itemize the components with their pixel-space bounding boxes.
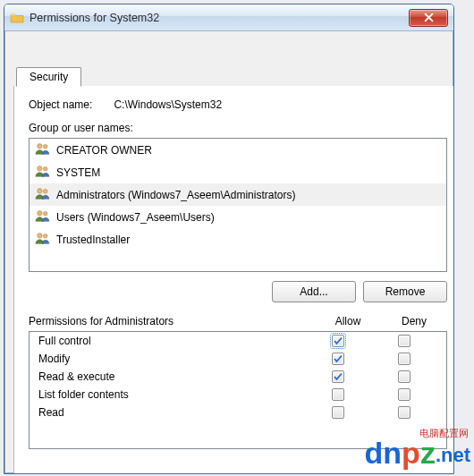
svg-point-5 [43, 189, 47, 193]
allow-checkbox[interactable] [332, 406, 344, 419]
permission-name: List folder contents [38, 388, 305, 401]
folder-icon [10, 11, 24, 25]
user-group-icon [35, 208, 51, 225]
list-item-label: TrustedInstaller [56, 234, 130, 246]
permissions-list: Full controlModifyRead & executeList fol… [29, 331, 447, 449]
svg-point-1 [43, 144, 47, 149]
permission-row: List folder contents [30, 386, 446, 404]
deny-checkbox[interactable] [398, 388, 411, 401]
permission-row: Read [30, 404, 446, 421]
list-item[interactable]: CREATOR OWNER [30, 139, 446, 161]
list-item-label: CREATOR OWNER [56, 144, 152, 157]
permission-name: Full control [38, 335, 305, 347]
permissions-header: Permissions for Administrators Allow Den… [29, 315, 447, 327]
deny-checkbox[interactable] [398, 335, 411, 347]
deny-cell [371, 353, 437, 365]
allow-checkbox[interactable] [332, 370, 344, 383]
user-group-icon [35, 186, 51, 203]
list-item-label: SYSTEM [56, 166, 100, 179]
allow-column-header: Allow [315, 315, 381, 327]
allow-checkbox[interactable] [332, 353, 344, 365]
user-group-icon [35, 231, 51, 248]
deny-checkbox[interactable] [398, 353, 411, 365]
deny-cell [371, 335, 437, 347]
allow-cell [305, 406, 371, 419]
permission-name: Modify [38, 353, 305, 365]
tab-security[interactable]: Security [16, 67, 81, 87]
permissions-for-label: Permissions for Administrators [29, 315, 315, 327]
list-item-label: Administrators (Windows7_Aseem\Administr… [56, 189, 295, 201]
permission-name: Read & execute [38, 370, 305, 383]
deny-cell [371, 406, 437, 419]
allow-cell [305, 388, 371, 401]
allow-cell [305, 335, 371, 347]
object-name-label: Object name: [29, 98, 92, 111]
svg-point-6 [38, 211, 42, 216]
allow-checkbox[interactable] [332, 335, 344, 347]
list-item[interactable]: SYSTEM [30, 161, 446, 183]
allow-checkbox[interactable] [332, 388, 344, 401]
add-button[interactable]: Add... [272, 281, 356, 302]
close-button[interactable] [409, 9, 448, 27]
group-user-list[interactable]: CREATOR OWNERSYSTEMAdministrators (Windo… [29, 138, 447, 272]
object-name-value: C:\Windows\System32 [114, 98, 222, 111]
permissions-dialog: Permissions for System32 Security Object… [4, 4, 454, 474]
svg-point-8 [38, 234, 42, 238]
list-item[interactable]: Administrators (Windows7_Aseem\Administr… [30, 183, 446, 206]
window-title: Permissions for System32 [30, 12, 409, 24]
allow-cell [305, 370, 371, 383]
group-buttons: Add... Remove [29, 281, 447, 302]
allow-cell [305, 353, 371, 365]
tab-panel: Security Object name: C:\Windows\System3… [13, 86, 454, 474]
user-group-icon [35, 141, 51, 158]
user-group-icon [35, 164, 51, 181]
security-pane: Object name: C:\Windows\System32 Group o… [14, 86, 454, 449]
svg-point-2 [38, 166, 42, 171]
deny-cell [371, 388, 437, 401]
remove-button[interactable]: Remove [363, 281, 447, 302]
deny-column-header: Deny [381, 315, 447, 327]
object-name-row: Object name: C:\Windows\System32 [29, 98, 447, 111]
svg-point-7 [43, 211, 47, 216]
svg-point-9 [43, 234, 47, 238]
permission-row: Modify [30, 350, 446, 368]
list-item[interactable]: TrustedInstaller [30, 228, 446, 251]
permission-row: Full control [30, 332, 446, 350]
titlebar: Permissions for System32 [4, 4, 453, 31]
svg-point-3 [43, 166, 47, 171]
group-list-label: Group or user names: [29, 122, 447, 134]
svg-point-0 [38, 144, 42, 149]
svg-point-4 [38, 189, 42, 193]
permission-name: Read [38, 406, 305, 419]
deny-checkbox[interactable] [398, 370, 411, 383]
deny-cell [371, 370, 437, 383]
deny-checkbox[interactable] [398, 406, 411, 419]
permission-row: Read & execute [30, 368, 446, 386]
list-item[interactable]: Users (Windows7_Aseem\Users) [30, 206, 446, 228]
list-item-label: Users (Windows7_Aseem\Users) [56, 211, 215, 224]
